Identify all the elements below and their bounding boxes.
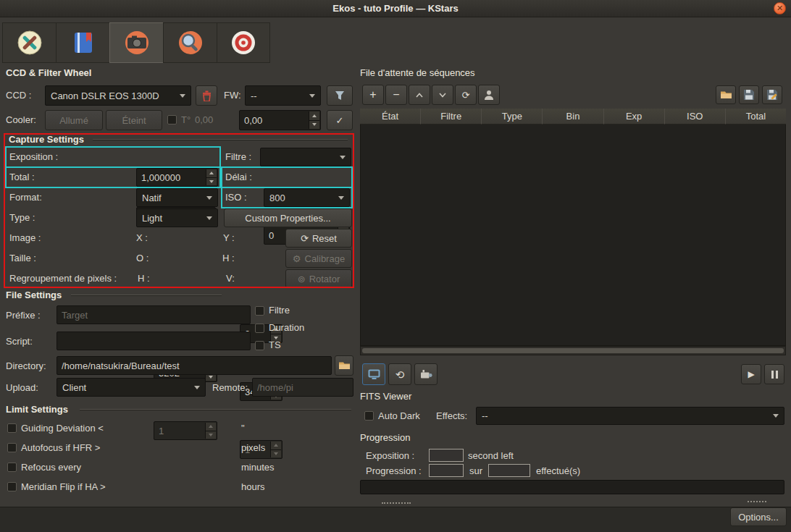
filter-suffix-checkbox[interactable]: [255, 306, 264, 316]
upload-combobox[interactable]: Client: [56, 378, 206, 397]
tab-align[interactable]: [217, 22, 270, 63]
start-sequence-button[interactable]: ▶: [741, 364, 761, 384]
frame-type-combobox-value: Light: [142, 213, 162, 224]
duration-suffix-checkbox[interactable]: [255, 324, 264, 333]
group-divider: [93, 139, 348, 140]
guiding-deviation-unit: ": [241, 423, 245, 434]
limit-settings-title: Limit Settings: [6, 404, 68, 415]
group-divider: [71, 295, 222, 295]
capture-settings-title: Capture Settings: [9, 134, 84, 145]
tab-scheduler[interactable]: [56, 22, 109, 63]
meridian-flip-unit: hours: [241, 481, 265, 493]
y-label: Y :: [223, 232, 235, 244]
move-job-down-button[interactable]: [432, 85, 453, 105]
tools-icon: [15, 28, 44, 57]
remote-label: Remote:: [212, 382, 248, 394]
spinner-buttons: [270, 442, 281, 457]
directory-input[interactable]: [56, 356, 332, 375]
plus-icon: +: [369, 89, 376, 101]
open-sequence-button[interactable]: [716, 85, 736, 104]
file-settings-title: File Settings: [6, 290, 62, 300]
reset-queue-button[interactable]: ⟳: [455, 85, 477, 105]
iso-combobox[interactable]: 800: [264, 188, 350, 207]
add-job-button[interactable]: +: [362, 85, 384, 105]
tab-setup[interactable]: [2, 22, 56, 63]
folder-open-icon: [721, 90, 732, 99]
temperature-checkbox[interactable]: [167, 115, 177, 124]
spin-up-button[interactable]: [206, 169, 217, 177]
set-temperature-button[interactable]: ✓: [327, 110, 353, 130]
column-label: ISO: [687, 111, 703, 122]
prefix-input[interactable]: [56, 305, 251, 324]
column-header-filtre[interactable]: Filtre: [421, 109, 482, 124]
ccd-combobox[interactable]: Canon DSLR EOS 1300D: [45, 85, 191, 106]
fits-viewer-toggle-button[interactable]: [414, 363, 438, 385]
temperature-spinbox[interactable]: 0,00: [239, 110, 321, 130]
exposure-spinbox[interactable]: 1,000000: [136, 168, 218, 187]
column-header-exp[interactable]: Exp: [604, 109, 665, 124]
title-bar[interactable]: Ekos - tuto Profile — KStars ✕: [0, 0, 791, 17]
progression-title: Progression: [360, 432, 410, 443]
column-header-total[interactable]: Total: [726, 109, 786, 124]
filter-manager-button[interactable]: [327, 85, 353, 106]
sequence-table-body[interactable]: [360, 124, 786, 346]
column-label: Exp: [626, 111, 642, 122]
spinner-buttons: [205, 423, 216, 439]
spin-down-button[interactable]: [309, 120, 319, 130]
refocus-every-checkbox[interactable]: [7, 463, 17, 472]
column-header-etat[interactable]: État: [360, 109, 421, 124]
ts-suffix-checkbox[interactable]: [255, 341, 264, 350]
close-icon: ✕: [777, 4, 783, 12]
autofocus-hfr-checkbox[interactable]: [7, 443, 17, 452]
column-header-iso[interactable]: ISO: [665, 109, 726, 124]
guiding-deviation-checkbox[interactable]: [7, 423, 17, 433]
options-button[interactable]: Options...: [730, 507, 787, 526]
filter-combobox[interactable]: [260, 148, 351, 166]
magnifier-icon: [176, 28, 205, 57]
frame-type-combobox[interactable]: Light: [136, 208, 218, 227]
script-input[interactable]: [56, 332, 251, 350]
pause-sequence-button[interactable]: [764, 364, 784, 384]
remove-job-button[interactable]: −: [385, 85, 407, 105]
column-header-bin[interactable]: Bin: [543, 109, 603, 124]
auto-dark-checkbox[interactable]: [364, 411, 374, 421]
effects-label: Effects:: [436, 410, 467, 422]
gear-icon: ⚙: [293, 254, 301, 263]
splitter-handle[interactable]: [748, 501, 766, 502]
tab-focus[interactable]: [163, 22, 217, 63]
browse-directory-button[interactable]: [335, 355, 353, 376]
prefix-label: Préfixe :: [6, 310, 41, 321]
reset-frame-button[interactable]: ⟳ Reset: [285, 229, 352, 248]
ccd-label: CCD :: [6, 90, 31, 101]
format-combobox-value: Natif: [142, 193, 162, 203]
save-as-sequence-button[interactable]: [762, 85, 782, 104]
fw-combobox[interactable]: --: [245, 85, 321, 106]
spin-up-button[interactable]: [309, 111, 319, 120]
move-job-up-button[interactable]: [409, 85, 430, 105]
column-header-type[interactable]: Type: [482, 109, 543, 124]
preview-toggle-button[interactable]: [362, 363, 385, 385]
observer-button[interactable]: [478, 85, 500, 105]
spin-down-button[interactable]: [206, 177, 217, 186]
splitter-handle[interactable]: [382, 502, 411, 504]
effects-combobox-value: --: [482, 410, 488, 421]
disconnect-ccd-button[interactable]: [196, 85, 217, 106]
ccd-combobox-value: Canon DSLR EOS 1300D: [51, 90, 159, 101]
scrollbar-thumb[interactable]: [362, 348, 784, 353]
monitor-icon: [368, 369, 380, 380]
count-label: Total :: [9, 172, 35, 183]
save-sequence-button[interactable]: [739, 85, 759, 104]
loop-toggle-button[interactable]: ⟲: [388, 363, 411, 385]
refresh-icon: ⟳: [301, 234, 309, 243]
tab-capture[interactable]: [109, 22, 163, 63]
binning-label: Regroupement de pixels :: [9, 273, 117, 284]
effects-combobox[interactable]: --: [476, 407, 784, 425]
format-combobox[interactable]: Natif: [136, 188, 218, 207]
close-button[interactable]: ✕: [774, 2, 786, 14]
horizontal-scrollbar[interactable]: [360, 346, 786, 355]
upload-combobox-value: Client: [62, 382, 86, 393]
custom-properties-button[interactable]: Custom Properties...: [224, 208, 352, 227]
exposure-left-field: [429, 449, 464, 462]
meridian-flip-checkbox[interactable]: [7, 482, 17, 491]
projector-icon: [420, 369, 432, 380]
